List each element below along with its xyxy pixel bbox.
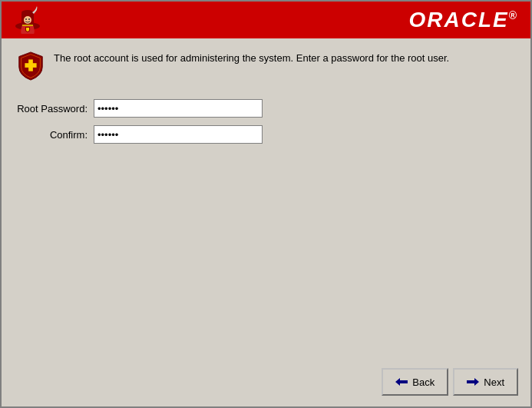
next-button[interactable]: Next (453, 368, 518, 396)
oracle-logo: ORACLE® (408, 8, 518, 32)
root-password-input[interactable] (94, 99, 263, 118)
svg-point-5 (28, 18, 30, 20)
header-left (14, 5, 41, 35)
svg-rect-8 (25, 63, 36, 68)
shield-icon-wrapper (17, 51, 45, 84)
back-icon (395, 376, 408, 387)
svg-rect-6 (22, 25, 33, 26)
header-bar: ORACLE® (2, 2, 530, 38)
root-password-label: Root Password: (17, 103, 94, 114)
back-label: Back (412, 376, 435, 388)
svg-marker-9 (395, 378, 408, 386)
oracle-hat-icon (14, 5, 41, 35)
confirm-input[interactable] (94, 125, 263, 144)
form-section: Root Password: Confirm: (17, 99, 515, 144)
confirm-label: Confirm: (17, 129, 94, 141)
content-area: The root account is used for administeri… (2, 38, 530, 362)
next-label: Next (484, 376, 504, 388)
footer: Back Next (2, 362, 530, 406)
next-icon (467, 376, 479, 387)
oracle-logo-text: ORACLE (408, 8, 508, 32)
oracle-registered-symbol: ® (509, 9, 518, 22)
back-button[interactable]: Back (382, 368, 448, 396)
shield-icon (17, 51, 45, 81)
info-text: The root account is used for administeri… (54, 51, 449, 66)
svg-point-2 (21, 10, 34, 15)
main-window: ORACLE® The root account is used for adm… (0, 0, 532, 408)
svg-point-4 (25, 18, 27, 20)
svg-marker-10 (467, 378, 479, 386)
root-password-row: Root Password: (17, 99, 515, 118)
spacer (17, 144, 515, 354)
confirm-row: Confirm: (17, 125, 515, 144)
info-section: The root account is used for administeri… (17, 51, 515, 84)
